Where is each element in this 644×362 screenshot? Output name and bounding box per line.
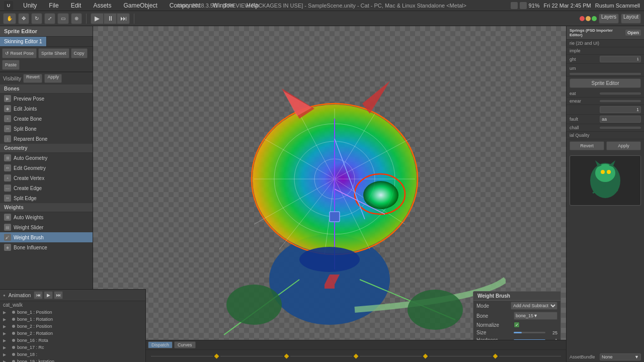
keyframe-1[interactable] <box>214 353 219 358</box>
timeline-line-3 <box>290 356 352 356</box>
paste-btn[interactable]: Paste <box>2 60 20 70</box>
curves-btn[interactable]: Curves <box>174 341 196 348</box>
wb-mode-row: Mode Add And Subtract <box>473 301 560 311</box>
scene-view[interactable]: Weight Brush Mode Add And Subtract Bone … <box>93 26 566 362</box>
bone-item-2[interactable]: ▶ bone_2 : Position <box>0 323 145 330</box>
revert-btn[interactable]: Revert <box>570 141 604 150</box>
play-button[interactable]: ▶ <box>91 13 104 24</box>
svg-marker-20 <box>362 81 390 114</box>
split-edge-btn[interactable]: ✂ Split Edge <box>0 193 93 203</box>
timeline-track <box>146 350 566 362</box>
asset-bundle-label: AssetBundle <box>570 354 600 359</box>
toolbar-rect-btn[interactable]: ▭ <box>57 13 69 24</box>
wb-size-slider[interactable] <box>514 332 545 333</box>
asset-bundle-value: None ▼ <box>600 353 641 360</box>
auto-weights-icon: ⊞ <box>4 214 11 221</box>
toolbar-scale-btn[interactable]: ⤢ <box>44 13 55 24</box>
create-edge-icon: — <box>4 185 11 192</box>
toolbar-move-btn[interactable]: ✥ <box>18 13 29 24</box>
weight-slider-btn[interactable]: ▤ Weight Slider <box>0 222 93 232</box>
create-bone-btn[interactable]: + Create Bone <box>0 114 93 124</box>
inspector-panel: Springs (PSD Importer Editor) Open rie (… <box>566 26 644 362</box>
sprite-sheet-btn[interactable]: Sprite Sheet <box>38 48 69 58</box>
bone-item-3[interactable]: ▶ bone_2 : Rotation <box>0 330 145 337</box>
copy-btn[interactable]: Copy <box>71 48 88 58</box>
preview-pose-btn[interactable]: ▶ Preview Pose <box>0 94 93 104</box>
toolbar-rotate-btn[interactable]: ↻ <box>31 13 42 24</box>
bone-influence-btn[interactable]: ◈ Bone Influence <box>0 242 93 252</box>
play-controls: ▶ ⏸ ⏭ <box>91 13 130 24</box>
auto-geometry-icon: ⊞ <box>4 154 11 161</box>
apply-revert-row: Revert Apply <box>567 139 644 152</box>
dispatch-btn[interactable]: Dispatch <box>148 341 173 348</box>
auto-geometry-btn[interactable]: ⊞ Auto Geometry <box>0 153 93 163</box>
layout-dropdown[interactable]: Layout <box>621 14 641 24</box>
open-btn[interactable]: Open <box>625 30 641 36</box>
apply-btn[interactable]: Apply <box>606 141 641 150</box>
anim-dot: ● <box>3 293 6 298</box>
create-edge-btn[interactable]: — Create Edge <box>0 183 93 193</box>
menu-file[interactable]: File <box>47 1 60 10</box>
wb-normalize-checkbox[interactable]: ✓ <box>514 322 520 328</box>
keyframe-2[interactable] <box>284 353 289 358</box>
ght-value: 1 <box>600 56 641 62</box>
anim-next-btn[interactable]: ⏭ <box>54 291 63 299</box>
bone-item-5[interactable]: ▶ bone_17 : Rc <box>0 344 145 351</box>
anim-play-btn[interactable]: ▶ <box>44 291 53 299</box>
edit-geometry-icon: ✏ <box>4 164 11 171</box>
bone-item-7[interactable]: ▶ bone_19 : kotation <box>0 358 145 362</box>
split-bone-btn[interactable]: ✂ Split Bone <box>0 124 93 134</box>
reparent-bone-btn[interactable]: ↕ Reparent Bone <box>0 134 93 144</box>
bone-item-4[interactable]: ▶ bone_16 : Rota <box>0 337 145 344</box>
timeline: Dispatch Curves <box>146 340 566 362</box>
keyframe-3[interactable] <box>354 353 359 358</box>
edit-geometry-btn[interactable]: ✏ Edit Geometry <box>0 163 93 173</box>
split-edge-icon: ✂ <box>4 195 11 202</box>
edit-joints-btn[interactable]: ◆ Edit Joints <box>0 104 93 114</box>
ght-row: ght 1 <box>567 55 644 64</box>
open-sprite-editor-btn[interactable]: Sprite Editor <box>570 78 641 88</box>
keyframe-4[interactable] <box>423 353 428 358</box>
wb-mode-select[interactable]: Add And Subtract <box>511 302 557 310</box>
logo-text: U <box>7 3 11 8</box>
menu-assets[interactable]: Assets <box>91 1 113 10</box>
step-button[interactable]: ⏭ <box>117 13 130 24</box>
apply-visibility-btn[interactable]: Apply <box>44 74 62 83</box>
bone-item-0[interactable]: ▶ bone_1 : Position <box>0 309 145 316</box>
preview-thumbnail <box>570 155 641 206</box>
menu-unity[interactable]: Unity <box>21 1 39 10</box>
toolbar-all-btn[interactable]: ⊕ <box>71 13 82 24</box>
animation-title: Animation <box>9 293 31 298</box>
wb-size-row: Size 25 <box>473 329 560 336</box>
battery-icon <box>520 2 527 9</box>
wb-bone-row: Bone bone_15 ▼ <box>473 311 560 321</box>
bone-item-6[interactable]: ▶ bone_18 : <box>0 351 145 358</box>
fault-row: fault aa <box>567 115 644 124</box>
enear-value <box>600 100 641 102</box>
menu-gameobject[interactable]: GameObject <box>121 1 159 10</box>
bone-item-1[interactable]: ▶ bone_1 : Rotation <box>0 316 145 323</box>
keyframe-5[interactable] <box>493 353 498 358</box>
skinning-editor-tab[interactable]: Skinning Editor 1 <box>0 37 47 46</box>
timeline-inner[interactable] <box>146 350 566 362</box>
layers-dropdown[interactable]: Layers <box>599 14 619 24</box>
toolbar-sep-1 <box>86 14 87 24</box>
inspector-header: Springs (PSD Importer Editor) Open <box>567 26 644 40</box>
weight-brush-btn[interactable]: 🖌 Weight Brush <box>0 232 93 242</box>
menu-edit[interactable]: Edit <box>69 1 84 10</box>
simple-label: imple <box>570 48 600 53</box>
create-vertex-btn[interactable]: + Create Vertex <box>0 173 93 183</box>
svg-point-34 <box>299 247 360 272</box>
inspector-title: Springs (PSD Importer Editor) <box>570 28 625 37</box>
toolbar-hand-btn[interactable]: ✋ <box>3 13 16 24</box>
pause-button[interactable]: ⏸ <box>104 13 117 24</box>
anim-prev-btn[interactable]: ⏮ <box>34 291 43 299</box>
reset-pose-btn[interactable]: ↺ Reset Pose <box>2 48 37 58</box>
wb-normalize-row: Normalize ✓ <box>473 321 560 329</box>
main-toolbar: ✋ ✥ ↻ ⤢ ▭ ⊕ ▶ ⏸ ⏭ Layers Layout <box>0 11 644 26</box>
num-row: 1 <box>567 105 644 115</box>
fault-label: fault <box>570 117 600 122</box>
auto-weights-btn[interactable]: ⊞ Auto Weights <box>0 212 93 222</box>
timeline-line-4 <box>360 356 422 356</box>
revert-visibility-btn[interactable]: Revert <box>23 74 43 83</box>
